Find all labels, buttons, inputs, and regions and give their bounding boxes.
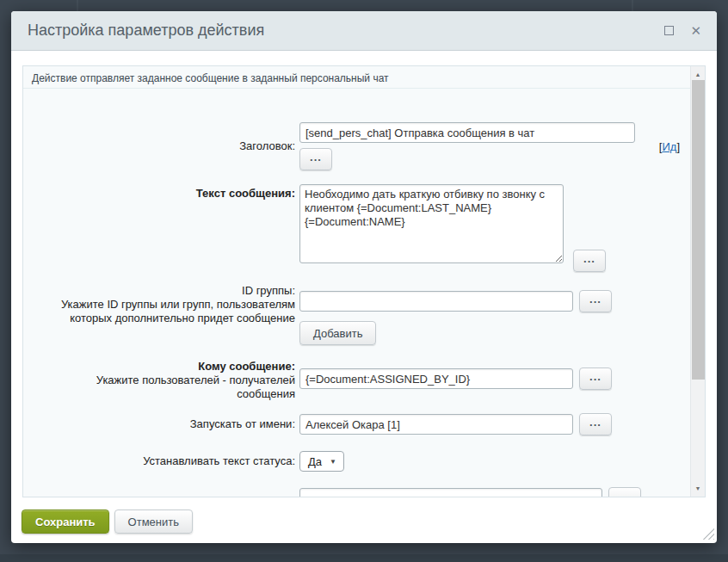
group-label: ID группы: [23,284,295,298]
field-row-clipped: ... [23,487,690,497]
cancel-button[interactable]: Отменить [114,510,193,534]
run-as-label: Запускать от имени: [23,417,295,431]
scroll-up-icon[interactable]: ▲ [691,66,705,79]
title-label: Заголовок: [23,139,295,153]
add-group-button[interactable]: Добавить [299,321,376,345]
background-content-line [632,0,633,11]
id-link-wrap: [Ид] [659,140,680,153]
recipients-hint: Укажите пользователей - получателей сооб… [80,374,295,401]
status-text-select[interactable]: Да ▼ [299,451,344,472]
recipients-label: Кому сообщение: [23,360,295,374]
run-as-input[interactable] [299,414,573,435]
screen-overlay: Настройка параметров действия ✕ Действие… [0,0,728,562]
form-rows: Заголовок: ... [Ид] Текст сообщения: Нео… [23,89,690,497]
field-row-status-text: Устанавливать текст статуса: Да ▼ [23,451,690,472]
resize-grip[interactable] [701,527,714,540]
recipients-dots-button[interactable]: ... [579,367,612,390]
group-dots-button[interactable]: ... [579,290,612,312]
status-text-value: Да [308,455,322,468]
clipped-label-spacer [23,487,295,497]
title-controls: ... [299,122,635,170]
run-as-dots-button[interactable]: ... [579,413,612,435]
scrollbar-thumb[interactable] [692,80,705,380]
background-content-line [77,0,78,11]
action-description: Действие отправляет заданное сообщение в… [23,66,705,89]
form-scroll-panel: Действие отправляет заданное сообщение в… [22,65,706,497]
dialog-title: Настройка параметров действия [28,22,264,40]
panel-scrollbar[interactable]: ▲ ▼ [690,66,705,497]
recipients-controls: ... [299,367,612,401]
save-button[interactable]: Сохранить [22,510,109,534]
title-input[interactable] [299,122,635,143]
dialog-titlebar[interactable]: Настройка параметров действия ✕ [11,11,717,51]
clipped-input[interactable] [299,488,602,497]
window-controls: ✕ [664,24,701,37]
field-row-message: Текст сообщения: Необходимо дать краткую… [23,184,690,263]
caret-down-icon: ▼ [330,458,336,466]
message-label: Текст сообщения: [23,184,295,201]
id-link[interactable]: Ид [662,140,676,153]
status-text-label: Устанавливать текст статуса: [23,454,295,468]
field-row-group: ID группы: Укажите ID группы или групп, … [23,284,690,345]
bracket-right: ] [676,140,680,153]
message-textarea[interactable]: Необходимо дать краткую отбивку по звонк… [299,184,564,263]
field-row-run-as: Запускать от имени: ... [23,413,690,435]
field-row-recipients: Кому сообщение: Укажите пользователей - … [23,360,690,401]
scroll-down-icon[interactable]: ▼ [691,482,705,495]
recipients-input[interactable] [299,368,573,389]
close-icon[interactable]: ✕ [690,24,701,37]
group-controls: ... Добавить [299,290,612,345]
message-dots-button[interactable]: ... [573,250,606,272]
group-label-block: ID группы: Укажите ID группы или групп, … [23,284,295,345]
background-bottom-strip [0,554,728,562]
group-hint: Укажите ID группы или групп, пользовател… [23,298,295,325]
action-settings-dialog: Настройка параметров действия ✕ Действие… [11,11,717,543]
title-dots-button[interactable]: ... [299,148,332,170]
field-row-title: Заголовок: ... [Ид] [23,122,690,170]
group-id-input[interactable] [299,291,573,312]
clipped-dots-button[interactable]: ... [608,487,641,497]
recipients-label-block: Кому сообщение: Укажите пользователей - … [23,360,295,401]
dialog-footer: Сохранить Отменить [22,510,193,534]
maximize-icon[interactable] [664,26,674,35]
